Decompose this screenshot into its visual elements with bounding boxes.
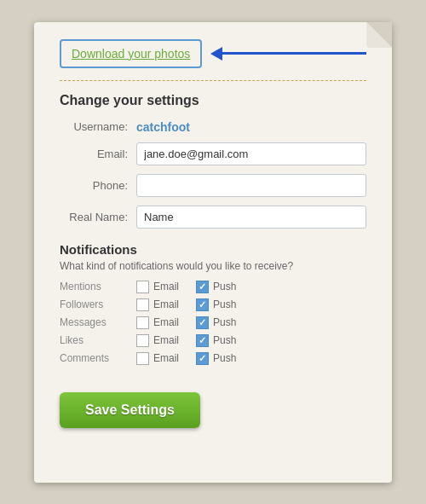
notif-email-label: Email: [153, 281, 179, 293]
arrow-line: [222, 52, 366, 55]
notif-label-comments: Comments: [60, 352, 136, 364]
checkbox-mentions-email[interactable]: [136, 281, 149, 293]
notif-email-comments: Email: [136, 352, 179, 365]
notifications-section: Notifications What kind of notifications…: [60, 242, 366, 365]
notif-push-messages: Push: [196, 316, 236, 329]
page-container: Download your photos Change your setting…: [0, 0, 426, 504]
checkbox-messages-email[interactable]: [136, 316, 149, 329]
notif-label-messages: Messages: [60, 316, 136, 328]
checkbox-mentions-push[interactable]: [196, 281, 209, 293]
username-row: Username: catchfoot: [60, 120, 366, 134]
email-row: Email:: [60, 142, 366, 165]
checkbox-comments-email[interactable]: [136, 352, 149, 365]
notif-push-label-5: Push: [213, 352, 236, 364]
notif-push-comments: Push: [196, 352, 236, 365]
notif-email-mentions: Email: [136, 281, 179, 293]
notif-push-label-3: Push: [213, 316, 236, 328]
notif-push-label: Push: [213, 281, 236, 293]
notif-push-mentions: Push: [196, 281, 236, 293]
notif-row-followers: Followers Email Push: [60, 298, 366, 311]
realname-row: Real Name:: [60, 206, 366, 229]
checkbox-followers-email[interactable]: [136, 298, 149, 311]
notif-push-label-2: Push: [213, 298, 236, 310]
notif-row-comments: Comments Email Push: [60, 352, 366, 365]
notif-row-messages: Messages Email Push: [60, 316, 366, 329]
realname-label: Real Name:: [60, 211, 136, 223]
notif-email-label-5: Email: [153, 352, 179, 364]
arrow-head-icon: [210, 47, 222, 61]
download-link-box: Download your photos: [60, 39, 202, 68]
download-photos-link[interactable]: Download your photos: [72, 47, 190, 61]
checkbox-likes-push[interactable]: [196, 334, 209, 347]
notif-email-label-3: Email: [153, 316, 179, 328]
email-field[interactable]: [136, 142, 366, 165]
section-divider: [60, 80, 366, 81]
phone-row: Phone:: [60, 174, 366, 197]
notif-email-label-2: Email: [153, 298, 179, 310]
notif-row-likes: Likes Email Push: [60, 334, 366, 347]
notif-label-likes: Likes: [60, 334, 136, 346]
notif-push-followers: Push: [196, 298, 236, 311]
settings-section-title: Change your settings: [60, 93, 366, 108]
download-section: Download your photos: [60, 39, 366, 68]
email-label: Email:: [60, 148, 136, 160]
checkbox-messages-push[interactable]: [196, 316, 209, 329]
notif-row-mentions: Mentions Email Push: [60, 281, 366, 293]
phone-field[interactable]: [136, 174, 366, 197]
notif-push-label-4: Push: [213, 334, 236, 346]
notif-email-likes: Email: [136, 334, 179, 347]
settings-card: Download your photos Change your setting…: [34, 22, 392, 483]
save-settings-button[interactable]: Save Settings: [60, 392, 200, 428]
notif-email-label-4: Email: [153, 334, 179, 346]
notifications-title: Notifications: [60, 242, 366, 257]
checkbox-followers-push[interactable]: [196, 298, 209, 311]
username-label: Username:: [60, 120, 136, 133]
notif-email-followers: Email: [136, 298, 179, 311]
checkbox-comments-push[interactable]: [196, 352, 209, 365]
realname-field[interactable]: [136, 206, 366, 229]
notif-label-followers: Followers: [60, 298, 136, 310]
notif-email-messages: Email: [136, 316, 179, 329]
notif-push-likes: Push: [196, 334, 236, 347]
notif-label-mentions: Mentions: [60, 281, 136, 293]
phone-label: Phone:: [60, 179, 136, 192]
arrow-indicator: [210, 47, 366, 61]
checkbox-likes-email[interactable]: [136, 334, 149, 347]
notifications-subtitle: What kind of notifications would you lik…: [60, 260, 366, 272]
username-value: catchfoot: [136, 120, 190, 134]
